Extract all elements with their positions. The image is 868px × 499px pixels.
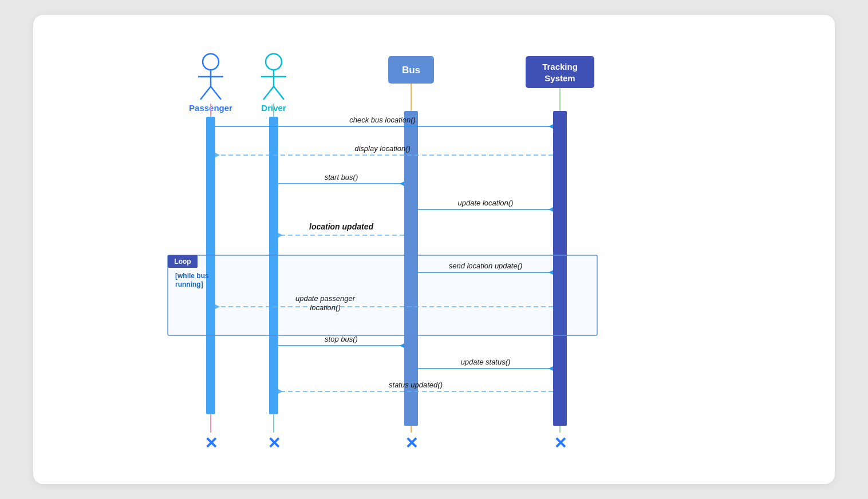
svg-rect-0 <box>33 15 835 484</box>
msg-update-passenger-location-label-1: update passenger <box>295 294 356 303</box>
tracking-label-line1: Tracking <box>542 62 578 72</box>
driver-end: ✕ <box>267 434 281 452</box>
tracking-end: ✕ <box>554 434 567 452</box>
loop-condition-line2: running] <box>175 280 203 288</box>
actor-tracking: Tracking System <box>526 56 594 88</box>
msg-update-passenger-location-label-2: location() <box>310 303 340 312</box>
bus-end: ✕ <box>405 434 418 452</box>
loop-label: Loop <box>174 258 191 266</box>
msg-status-updated-label: status updated() <box>389 381 443 389</box>
tracking-label-line2: System <box>545 73 575 83</box>
msg-update-location-label: update location() <box>458 199 514 207</box>
msg-check-bus-location-label: check bus location() <box>349 116 416 124</box>
msg-start-bus-label: start bus() <box>325 173 358 181</box>
msg-send-location-update-label: send location update() <box>449 262 523 270</box>
msg-update-status-label: update status() <box>461 358 511 366</box>
msg-stop-bus-label: stop bus() <box>325 335 358 343</box>
loop-frame <box>168 255 597 335</box>
actor-bus: Bus <box>388 56 434 84</box>
msg-display-location-label: display location() <box>354 144 411 153</box>
svg-rect-12 <box>526 56 594 88</box>
loop-condition-line1: [while bus <box>175 272 209 280</box>
diagram-container: Passenger Driver Bus Tracking System <box>33 15 835 484</box>
passenger-end: ✕ <box>204 434 218 452</box>
bus-label: Bus <box>402 65 420 76</box>
msg-location-updated-label: location updated <box>309 222 373 231</box>
